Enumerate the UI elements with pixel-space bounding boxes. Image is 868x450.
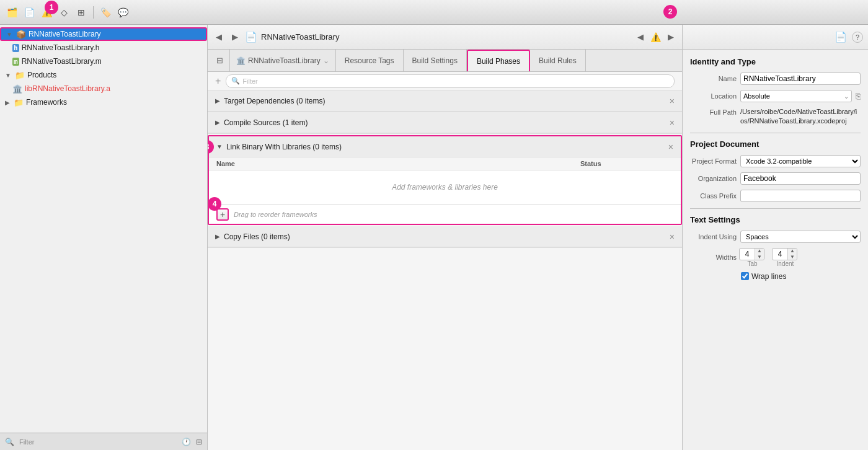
sidebar-item-frameworks[interactable]: ▶ 📁 Frameworks: [0, 95, 207, 109]
sidebar-content: ▼ 📦 RNNativeToastLibrary h RNNativeToast…: [0, 25, 207, 433]
nav-back-button[interactable]: ◀: [213, 31, 225, 43]
phase-compile-sources-close[interactable]: ×: [670, 118, 675, 128]
nav-forward-button[interactable]: ▶: [229, 31, 241, 43]
tab-build-rules[interactable]: Build Rules: [530, 50, 586, 71]
location-chevron-icon: ⌄: [844, 93, 849, 100]
tab-build-phases-label: Build Phases: [477, 57, 520, 66]
sidebar-footer: 🔍 Filter 🕐 ⊟: [0, 433, 207, 450]
speech-icon[interactable]: 💬: [116, 6, 130, 19]
clock-icon[interactable]: 🕐: [182, 438, 191, 446]
project-format-label: Project Format: [690, 157, 737, 165]
center-nav: ◀ ▶ 📄 RNNativeToastLibrary 2 ◀ ⚠️ ▶: [208, 25, 682, 50]
add-library-button[interactable]: +: [216, 208, 229, 221]
phase-compile-sources-header[interactable]: ▶ Compile Sources (1 item) ×: [208, 112, 682, 133]
filter-bar[interactable]: 🔍 Filter: [226, 74, 675, 88]
list-icon[interactable]: ⊟: [196, 438, 202, 446]
phase-link-binary: 3 ▼ Link Binary With Libraries (0 items)…: [208, 135, 682, 225]
sidebar-item-header-label: RNNativeToastLibrary.h: [22, 43, 100, 52]
tag-icon[interactable]: 🏷️: [99, 6, 112, 19]
class-prefix-row: Class Prefix: [690, 190, 861, 202]
folder-yellow-icon: 📁: [15, 71, 25, 80]
class-prefix-input[interactable]: [740, 190, 861, 202]
wrap-lines-checkbox[interactable]: [741, 272, 749, 280]
breadcrumb[interactable]: 🏛️ RNNativeToastLibrary ⌄: [230, 50, 336, 71]
phase-compile-sources: ▶ Compile Sources (1 item) ×: [208, 112, 682, 134]
phase-copy-files-close[interactable]: ×: [670, 232, 675, 242]
tab-build-phases[interactable]: Build Phases: [467, 50, 530, 71]
phase-copy-files-header[interactable]: ▶ Copy Files (0 items) ×: [208, 226, 682, 247]
indent-sublabel: Indent: [777, 260, 794, 267]
empty-message: Add frameworks & libraries here: [209, 170, 681, 204]
indent-decrement-button[interactable]: ▼: [788, 254, 797, 260]
tab-resource-tags[interactable]: Resource Tags: [336, 50, 404, 71]
nav-next-icon[interactable]: ▶: [665, 31, 677, 43]
indent-increment-button[interactable]: ▲: [788, 248, 797, 254]
project-format-select[interactable]: Xcode 3.2-compatible: [740, 155, 861, 167]
sidebar-item-header[interactable]: h RNNativeToastLibrary.h: [0, 41, 207, 55]
sidebar: ▼ 📦 RNNativeToastLibrary h RNNativeToast…: [0, 25, 208, 450]
main-toolbar: 🗂️ 📄 ⚠️ 1 ◇ ⊞ 🏷️ 💬: [0, 0, 868, 25]
build-content: + 🔍 Filter ▶ Target Dependencies (0 item…: [208, 72, 682, 450]
nav-file-icon: 📄: [245, 31, 257, 43]
sidebar-item-lib[interactable]: 🏛️ libRNNativeToastLibrary.a: [0, 82, 207, 95]
indent-value: 4: [773, 250, 787, 258]
tab-build-settings[interactable]: Build Settings: [404, 50, 467, 71]
phase-compile-sources-arrow: ▶: [215, 119, 220, 126]
sidebar-toggle-button[interactable]: ⊟: [210, 50, 230, 71]
sidebar-item-products[interactable]: ▼ 📁 Products: [0, 68, 207, 82]
tab-value: 4: [740, 250, 755, 258]
tab-decrement-button[interactable]: ▼: [755, 254, 764, 260]
organization-label: Organization: [690, 175, 737, 182]
location-value: Absolute: [743, 92, 770, 100]
text-settings-section-title: Text Settings: [690, 215, 861, 224]
sidebar-item-root-label: RNNativeToastLibrary: [29, 30, 101, 38]
name-input[interactable]: [740, 73, 861, 85]
phase-compile-sources-title: Compile Sources (1 item): [224, 118, 666, 127]
sidebar-item-root[interactable]: ▼ 📦 RNNativeToastLibrary: [0, 27, 207, 41]
add-phase-button[interactable]: +: [215, 76, 221, 86]
class-prefix-label: Class Prefix: [690, 192, 737, 200]
folder-browse-icon[interactable]: ⎘: [856, 91, 861, 101]
project-doc-section-title: Project Document: [690, 139, 861, 149]
phase-link-binary-arrow: ▼: [216, 143, 223, 150]
tree-arrow-products: ▼: [5, 72, 11, 79]
phase-table-header: Name Status: [209, 157, 681, 170]
indent-using-row: Indent Using Spaces: [690, 231, 861, 243]
phase-link-binary-header[interactable]: ▼ Link Binary With Libraries (0 items) ×: [209, 136, 681, 157]
indent-using-select[interactable]: Spaces: [740, 231, 861, 243]
location-select[interactable]: Absolute ⌄: [740, 90, 852, 102]
nav-title: RNNativeToastLibrary: [261, 32, 339, 42]
toolbar-divider-1: [93, 6, 94, 19]
sidebar-item-impl[interactable]: m RNNativeToastLibrary.m: [0, 55, 207, 68]
header-file-icon: h: [12, 44, 19, 52]
sidebar-item-impl-label: RNNativeToastLibrary.m: [22, 57, 102, 66]
right-doc-icon[interactable]: 📄: [835, 31, 847, 43]
filter-placeholder-text: Filter: [242, 77, 257, 85]
main-body: ▼ 📦 RNNativeToastLibrary h RNNativeToast…: [0, 25, 868, 450]
phase-target-deps-close[interactable]: ×: [670, 96, 675, 106]
right-help-icon[interactable]: ?: [852, 32, 863, 43]
diamond-icon[interactable]: ◇: [57, 6, 71, 19]
tree-arrow-frameworks: ▶: [5, 99, 10, 106]
project-format-row: Project Format Xcode 3.2-compatible: [690, 155, 861, 167]
impl-file-icon: m: [12, 58, 19, 66]
indent-stepper[interactable]: 4 ▲ ▼: [772, 248, 797, 260]
tab-increment-button[interactable]: ▲: [755, 248, 764, 254]
folder-icon[interactable]: 🗂️: [5, 6, 19, 19]
organization-input[interactable]: [740, 172, 861, 185]
nav-prev-icon[interactable]: ◀: [634, 31, 647, 43]
sidebar-item-products-label: Products: [27, 71, 56, 79]
right-panel-content: Identity and Type Name Location Absolute…: [683, 50, 868, 450]
warning-icon[interactable]: ⚠️: [40, 6, 53, 19]
phase-link-binary-close[interactable]: ×: [668, 142, 673, 152]
tab-stepper[interactable]: 4 ▲ ▼: [739, 248, 764, 260]
phase-target-deps-header[interactable]: ▶ Target Dependencies (0 items) ×: [208, 90, 682, 112]
full-path-label: Full Path: [690, 107, 737, 116]
doc-icon[interactable]: 📄: [22, 6, 36, 19]
table-icon[interactable]: ⊞: [74, 6, 88, 19]
sidebar-item-lib-label: libRNNativeToastLibrary.a: [25, 84, 110, 93]
drag-reorder-label: Drag to reorder frameworks: [234, 211, 317, 218]
breadcrumb-icon: 🏛️: [236, 56, 246, 65]
phase-link-binary-title: Link Binary With Libraries (0 items): [226, 143, 665, 151]
name-field-row: Name: [690, 73, 861, 85]
